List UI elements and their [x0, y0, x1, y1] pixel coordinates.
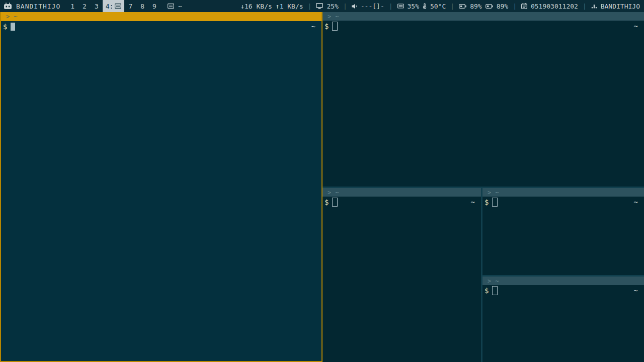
terminal-window-bottom-right-upper[interactable]: > ~ $ ~ — [482, 188, 644, 275]
prompt-chevron: > — [6, 13, 10, 20]
right-prompt-tilde: ~ — [634, 287, 638, 295]
battery-status: 89% 89% — [459, 3, 508, 10]
volume-status: ---[]- — [352, 3, 384, 10]
terminal-content[interactable]: $ ~ — [482, 285, 644, 362]
window-titlebar[interactable]: > ~ — [482, 277, 644, 285]
terminal-content[interactable]: $ ~ — [323, 21, 644, 187]
terminal-window-bottom-right-lower[interactable]: > ~ $ ~ — [482, 277, 644, 362]
thermometer-icon — [423, 3, 427, 9]
focused-window-title: ~ — [178, 3, 182, 10]
prompt-chevron: > — [328, 189, 331, 196]
robot-icon — [4, 3, 12, 10]
window-titlebar[interactable]: > ~ — [482, 188, 644, 197]
window-title: ~ — [335, 13, 339, 20]
window-title: ~ — [14, 13, 17, 20]
workspace-4-label: 4: — [106, 3, 114, 10]
battery-icon — [459, 4, 466, 9]
net-speed: ↓16 KB/s ↑1 KB/s — [240, 3, 303, 10]
workspace-button-4-active[interactable]: 4: — [103, 0, 125, 12]
prompt-chevron: > — [488, 278, 491, 285]
right-prompt-tilde: ~ — [311, 23, 315, 31]
bar-status-section: ↓16 KB/s ↑1 KB/s | 25% | ---[]- | — [240, 0, 644, 12]
battery-icon — [486, 4, 493, 9]
shell-prompt: $ — [485, 287, 489, 295]
hostname-label: BANDITHIJO — [16, 3, 60, 10]
battery-1-value: 89% — [470, 3, 481, 10]
prompt-chevron: > — [328, 13, 331, 20]
terminal-window-top-right[interactable]: > ~ $ ~ — [323, 12, 644, 187]
separator: | — [343, 3, 347, 10]
workspace-button-2[interactable]: 2 — [78, 0, 91, 12]
memory-value: 35% — [408, 3, 419, 10]
window-title: ~ — [495, 278, 499, 285]
workspace-button-8[interactable]: 8 — [136, 0, 148, 12]
window-titlebar[interactable]: > ~ — [323, 188, 481, 197]
separator: | — [513, 3, 517, 10]
window-title: ~ — [335, 189, 339, 196]
focused-window-indicator: ~ — [168, 3, 182, 10]
monitor-icon — [316, 3, 323, 9]
terminal-cursor — [492, 286, 498, 295]
shell-prompt: $ — [485, 198, 489, 206]
workspace-button-3[interactable]: 3 — [91, 0, 103, 12]
calendar-icon — [521, 3, 527, 9]
window-titlebar[interactable]: > ~ — [1, 12, 321, 21]
brightness-value: 25% — [327, 3, 338, 10]
window-title: ~ — [495, 189, 499, 196]
ram-icon — [397, 4, 404, 9]
net-down-label: ↓16 KB/s — [240, 3, 272, 10]
desktop-workspace: > ~ $ ~ > ~ $ ~ > ~ — [0, 12, 644, 362]
terminal-cursor — [332, 198, 338, 207]
shell-prompt: $ — [325, 22, 329, 30]
shell-prompt-line: $ ~ — [323, 197, 481, 207]
prompt-chevron: > — [488, 189, 491, 196]
temperature-value: 50°C — [430, 3, 446, 10]
speaker-icon — [352, 4, 357, 9]
memory-usage: 35% 50°C — [397, 3, 446, 10]
window-titlebar[interactable]: > ~ — [323, 12, 644, 21]
status-bar: BANDITHIJO 1 2 3 4: 7 8 9 ~ — [0, 0, 644, 12]
workspace-button-9[interactable]: 9 — [148, 0, 160, 12]
terminal-cursor — [332, 22, 338, 31]
terminal-content[interactable]: $ ~ — [482, 197, 644, 275]
terminal-icon — [168, 4, 174, 9]
terminal-icon — [115, 4, 121, 9]
shell-prompt: $ — [3, 23, 7, 31]
battery-2-value: 89% — [497, 3, 508, 10]
right-prompt-tilde: ~ — [471, 198, 475, 206]
net-up-label: ↑1 KB/s — [276, 3, 303, 10]
terminal-window-focused[interactable]: > ~ $ ~ — [0, 12, 323, 362]
terminal-content[interactable]: $ ~ — [1, 21, 321, 361]
bar-left-section: BANDITHIJO 1 2 3 4: 7 8 9 ~ — [0, 0, 182, 12]
terminal-content[interactable]: $ ~ — [323, 197, 481, 362]
user-label: BANDITHIJO — [601, 3, 640, 10]
datetime-status: 051903011202 — [521, 3, 578, 10]
workspace-button-1[interactable]: 1 — [66, 0, 78, 12]
right-prompt-tilde: ~ — [634, 22, 638, 30]
separator: | — [583, 3, 587, 10]
shell-prompt: $ — [325, 198, 329, 206]
volume-value: ---[]- — [361, 3, 384, 10]
shell-prompt-line: $ ~ — [323, 21, 644, 31]
separator: | — [389, 3, 393, 10]
shell-prompt-line: $ ~ — [482, 285, 644, 295]
separator: | — [450, 3, 454, 10]
workspace-button-7[interactable]: 7 — [124, 0, 136, 12]
user-status: BANDITHIJO — [591, 3, 640, 10]
shell-prompt-line: $ ~ — [1, 21, 321, 31]
bar-chart-icon — [591, 4, 597, 9]
terminal-cursor — [11, 23, 15, 31]
right-prompt-tilde: ~ — [634, 198, 638, 206]
separator: | — [308, 3, 312, 10]
shell-prompt-line: $ ~ — [482, 197, 644, 207]
terminal-window-bottom-middle[interactable]: > ~ $ ~ — [323, 188, 481, 362]
terminal-cursor — [492, 198, 498, 207]
datetime-value: 051903011202 — [531, 3, 578, 10]
display-brightness: 25% — [316, 3, 338, 10]
